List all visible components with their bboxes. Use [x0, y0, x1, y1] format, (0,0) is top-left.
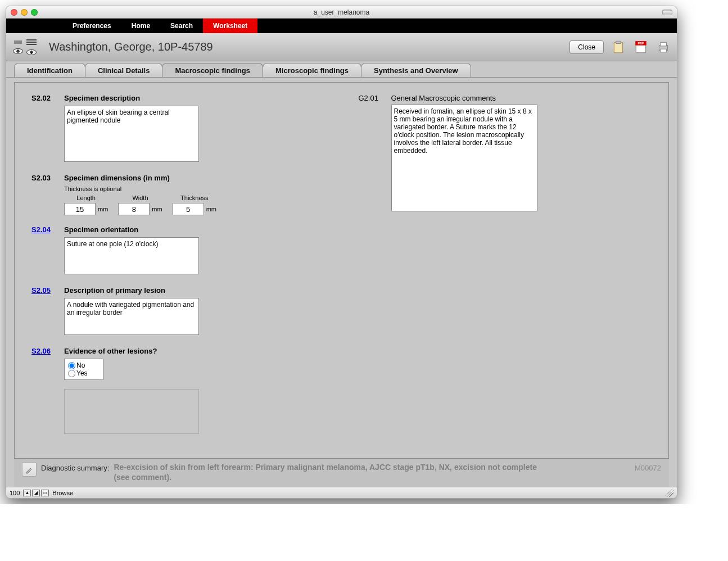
specimen-description-input[interactable] — [64, 106, 199, 162]
footer: Diagnostic summary: Re-excision of skin … — [14, 459, 669, 487]
s206-code-link[interactable]: S2.06 — [31, 347, 55, 355]
s202-title: Specimen description — [64, 94, 140, 102]
left-column: S2.02 Specimen description S2.03 Specime… — [20, 94, 336, 453]
width-label: Width — [132, 194, 148, 201]
zoom-icon-3[interactable]: ▭ — [41, 490, 49, 496]
section-s204: S2.04 Specimen orientation — [31, 225, 325, 276]
menu-home[interactable]: Home — [121, 19, 160, 33]
menubar: Preferences Home Search Worksheet — [6, 19, 677, 33]
view-mode-2-icon[interactable] — [25, 39, 38, 56]
header-tool-icons — [12, 39, 38, 56]
statusbar: 100 ▲ ◢ ▭ Browse — [6, 487, 677, 498]
titlebar-grip-icon[interactable] — [662, 10, 672, 15]
zoom-window-icon[interactable] — [31, 9, 38, 16]
svg-rect-7 — [661, 49, 667, 52]
close-button[interactable]: Close — [569, 40, 604, 54]
thickness-label: Thickness — [180, 194, 209, 201]
menu-search[interactable]: Search — [160, 19, 203, 33]
svg-rect-1 — [616, 41, 621, 43]
right-column: G2.01 General Macroscopic comments — [347, 94, 663, 453]
thickness-unit: mm — [206, 206, 216, 212]
zoom-icons: ▲ ◢ ▭ — [23, 490, 49, 496]
resize-handle-icon[interactable] — [666, 489, 673, 497]
section-s202: S2.02 Specimen description — [31, 94, 325, 164]
g201-code: G2.01 — [359, 94, 382, 102]
zoom-icon-1[interactable]: ▲ — [23, 490, 31, 496]
s203-note: Thickness is optional — [64, 186, 325, 192]
s202-code: S2.02 — [31, 94, 55, 102]
s204-code-link[interactable]: S2.04 — [31, 225, 55, 234]
diagnostic-summary-text: Re-excision of skin from left forearm: P… — [114, 462, 552, 482]
width-input[interactable] — [118, 203, 150, 215]
zoom-icon-2[interactable]: ◢ — [32, 490, 40, 496]
footer-mcode: M00072 — [635, 462, 661, 472]
s205-code-link[interactable]: S2.05 — [31, 286, 55, 295]
section-s206: S2.06 Evidence of other lesions? No Yes — [31, 347, 325, 434]
radio-yes[interactable]: Yes — [68, 369, 100, 377]
app-window: a_user_melanoma Preferences Home Search … — [6, 6, 677, 499]
header: Washington, George, 10P-45789 Close PDF — [6, 33, 677, 61]
tab-identification[interactable]: Identification — [14, 63, 85, 77]
section-s205: S2.05 Description of primary lesion — [31, 286, 325, 337]
svg-rect-6 — [661, 42, 667, 46]
length-label: Length — [76, 194, 96, 201]
radio-no-input[interactable] — [68, 362, 75, 369]
svg-rect-0 — [614, 42, 622, 52]
pdf-icon[interactable]: PDF — [633, 39, 649, 55]
general-macroscopic-comments-input[interactable] — [391, 105, 537, 211]
s204-title: Specimen orientation — [64, 225, 138, 234]
close-window-icon[interactable] — [11, 9, 17, 16]
footer-tool-icon[interactable] — [22, 462, 37, 477]
other-lesions-radio-group: No Yes — [64, 359, 103, 380]
specimen-orientation-input[interactable] — [64, 237, 199, 274]
length-unit: mm — [98, 206, 108, 212]
radio-no[interactable]: No — [68, 361, 100, 369]
s203-code: S2.03 — [31, 174, 55, 182]
other-lesions-detail-box — [64, 389, 199, 434]
diagnostic-summary-label: Diagnostic summary: — [41, 462, 109, 472]
window-titlebar: a_user_melanoma — [6, 6, 677, 19]
main-panel: S2.02 Specimen description S2.03 Specime… — [14, 82, 669, 459]
length-field: Length mm — [64, 194, 108, 215]
menu-worksheet[interactable]: Worksheet — [203, 19, 257, 33]
s203-title: Specimen dimensions (in mm) — [64, 174, 170, 182]
svg-text:PDF: PDF — [638, 42, 645, 45]
window-title: a_user_melanoma — [6, 8, 677, 16]
s206-title: Evidence of other lesions? — [64, 347, 157, 355]
primary-lesion-input[interactable] — [64, 298, 199, 335]
minimize-window-icon[interactable] — [21, 9, 28, 16]
patient-name: Washington, George, 10P-45789 — [49, 40, 213, 53]
status-mode: Browse — [52, 490, 73, 496]
tab-synthesis-overview[interactable]: Synthesis and Overview — [361, 63, 471, 77]
clipboard-icon[interactable] — [611, 39, 626, 55]
section-s203: S2.03 Specimen dimensions (in mm) Thickn… — [31, 174, 325, 215]
tabs: Identification Clinical Details Macrosco… — [6, 61, 677, 77]
zoom-value: 100 — [10, 490, 20, 496]
traffic-lights — [11, 9, 38, 16]
width-field: Width mm — [118, 194, 162, 215]
content-area: S2.02 Specimen description S2.03 Specime… — [6, 77, 677, 487]
thickness-input[interactable] — [173, 203, 204, 215]
width-unit: mm — [152, 206, 162, 212]
g201-title: General Macroscopic comments — [391, 94, 496, 102]
thickness-field: Thickness mm — [173, 194, 216, 215]
length-input[interactable] — [64, 203, 96, 215]
tab-microscopic-findings[interactable]: Microscopic findings — [263, 63, 361, 77]
tab-macroscopic-findings[interactable]: Macroscopic findings — [162, 63, 263, 77]
radio-yes-input[interactable] — [68, 370, 75, 377]
s205-title: Description of primary lesion — [64, 286, 165, 295]
menu-preferences[interactable]: Preferences — [62, 19, 121, 33]
view-mode-1-icon[interactable] — [12, 39, 24, 56]
tab-clinical-details[interactable]: Clinical Details — [85, 63, 162, 77]
print-icon[interactable] — [655, 39, 671, 55]
